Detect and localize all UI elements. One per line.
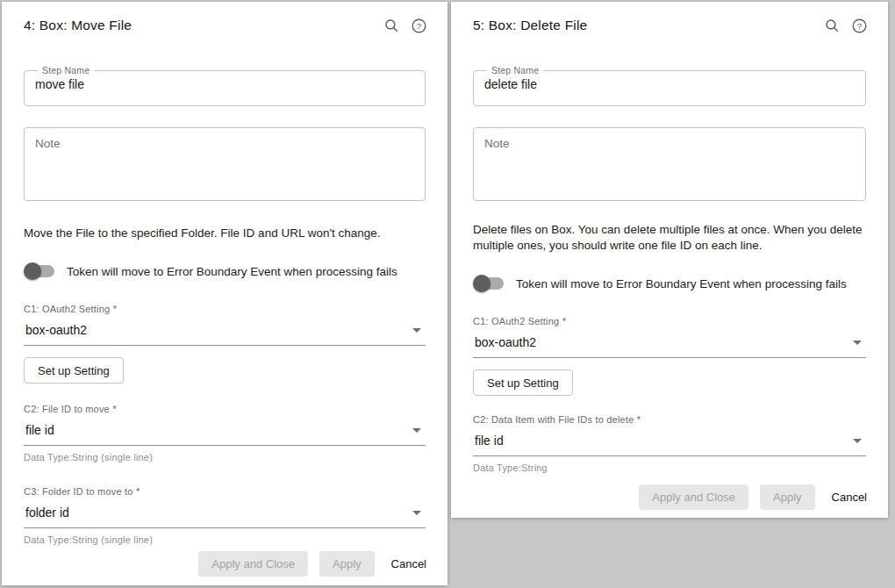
error-boundary-label: Token will move to Error Boundary Event … [67, 265, 397, 278]
step-name-field: Step Name [473, 65, 866, 106]
file-id-select[interactable]: file id [24, 420, 426, 446]
step-name-field: Step Name [24, 65, 426, 106]
apply-button[interactable]: Apply [319, 551, 375, 577]
file-id-datatype: Data Type:String (single line) [24, 452, 426, 463]
setup-setting-button[interactable]: Set up Setting [24, 357, 124, 384]
oauth2-setting-value: box-oauth2 [25, 323, 87, 337]
file-ids-datatype: Data Type:String [473, 463, 866, 473]
error-boundary-toggle[interactable] [24, 262, 55, 280]
note-input[interactable] [35, 137, 414, 191]
chevron-down-icon [412, 511, 421, 515]
file-id-value: file id [25, 423, 54, 437]
svg-text:?: ? [856, 20, 862, 30]
page-title: 5: Box: Delete File [473, 18, 587, 33]
folder-id-select[interactable]: folder id [24, 503, 426, 528]
toggle-thumb-icon [473, 275, 490, 292]
file-ids-select[interactable]: file id [473, 431, 866, 456]
error-boundary-row: Token will move to Error Boundary Event … [473, 275, 866, 292]
chevron-down-icon [853, 439, 862, 443]
search-icon[interactable] [382, 16, 401, 35]
file-ids-label: C2: Data Item with File IDs to delete * [473, 414, 866, 425]
chevron-down-icon [412, 428, 421, 433]
folder-id-label: C3: Folder ID to move to * [24, 486, 426, 497]
step-description: Delete files on Box. You can delete mult… [473, 222, 866, 254]
chevron-down-icon [853, 341, 862, 345]
error-boundary-label: Token will move to Error Boundary Event … [516, 277, 847, 290]
step-name-label: Step Name [38, 65, 94, 75]
cancel-button[interactable]: Cancel [827, 491, 872, 504]
error-boundary-toggle[interactable] [473, 275, 505, 292]
oauth2-setting-value: box-oauth2 [475, 335, 536, 349]
dialog-box-delete-file: 5: Box: Delete File ? Step Name Delete f… [451, 2, 888, 518]
folder-id-datatype: Data Type:String (single line) [24, 534, 426, 545]
step-description: Move the File to the specified Folder. F… [24, 226, 420, 241]
note-field [473, 127, 866, 201]
help-icon[interactable]: ? [409, 16, 428, 35]
setup-setting-button[interactable]: Set up Setting [473, 369, 573, 396]
folder-id-value: folder id [25, 506, 69, 520]
oauth2-setting-select[interactable]: box-oauth2 [473, 333, 866, 358]
step-name-label: Step Name [487, 65, 543, 75]
dialog-header: 4: Box: Move File ? [2, 2, 448, 35]
search-icon[interactable] [822, 16, 841, 35]
error-boundary-row: Token will move to Error Boundary Event … [24, 262, 426, 280]
file-ids-value: file id [475, 434, 504, 448]
cancel-button[interactable]: Cancel [386, 557, 432, 570]
step-name-input[interactable] [33, 75, 416, 98]
note-field [24, 127, 426, 201]
apply-and-close-button[interactable]: Apply and Close [198, 551, 308, 577]
dialog-footer: Apply and Close Apply Cancel [639, 484, 872, 510]
note-input[interactable] [484, 137, 855, 191]
dialog-body: Step Name Move the File to the specified… [2, 65, 448, 545]
oauth2-setting-label: C1: OAuth2 Setting * [473, 316, 866, 326]
help-icon[interactable]: ? [849, 16, 869, 35]
toggle-thumb-icon [24, 262, 41, 280]
file-id-label: C2: File ID to move * [24, 404, 426, 414]
svg-text:?: ? [416, 20, 421, 30]
chevron-down-icon [412, 328, 421, 333]
apply-and-close-button[interactable]: Apply and Close [639, 484, 748, 510]
page-title: 4: Box: Move File [24, 18, 132, 33]
dialog-footer: Apply and Close Apply Cancel [198, 551, 432, 577]
dialog-header: 5: Box: Delete File ? [451, 2, 888, 35]
header-icons: ? [382, 16, 428, 35]
oauth2-setting-select[interactable]: box-oauth2 [24, 320, 426, 346]
apply-button[interactable]: Apply [760, 484, 815, 510]
dialog-body: Step Name Delete files on Box. You can d… [451, 65, 888, 473]
dialog-box-move-file: 4: Box: Move File ? Step Name Move the F… [2, 2, 448, 585]
step-name-input[interactable] [483, 75, 856, 98]
header-icons: ? [822, 16, 869, 35]
oauth2-setting-label: C1: OAuth2 Setting * [24, 304, 426, 314]
